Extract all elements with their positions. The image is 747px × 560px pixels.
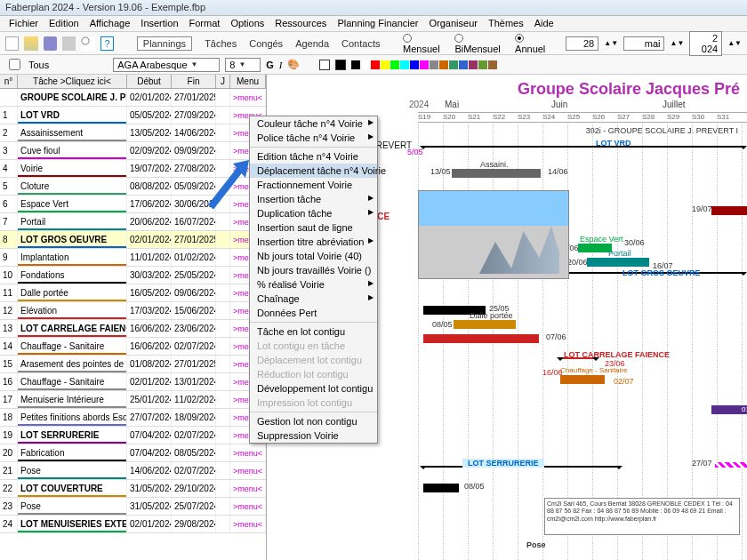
radio-annuel[interactable]: Annuel [515,33,555,54]
menu-fichier[interactable]: Fichier [9,18,38,29]
bar-hatched[interactable] [715,462,747,468]
tab-taches[interactable]: Tâches [205,38,237,49]
swatch[interactable] [469,60,478,69]
table-row[interactable]: 9Implantation11/01/202401/02/2024>menu< [0,249,266,267]
tab-contacts[interactable]: Contacts [341,38,380,49]
table-row[interactable]: 7Portail20/06/202416/07/2024>menu< [0,213,266,231]
swatch[interactable] [390,60,399,69]
col-debut[interactable]: Début [127,75,172,88]
bar-fabrication[interactable] [423,484,459,492]
open-icon[interactable] [24,36,37,51]
menu-format[interactable]: Format [189,18,221,29]
menu-item[interactable]: Nb jours total Voirie (40) [250,249,377,263]
menu-item[interactable]: Insertion tâche [250,192,377,206]
radio-bimensuel[interactable]: BiMensuel [454,33,510,54]
menu-item[interactable]: Police tâche n°4 Voirie [250,131,377,145]
menu-insertion[interactable]: Insertion [141,18,178,29]
bar-assainissement[interactable] [452,169,541,178]
menu-item[interactable]: Développement lot contigu [250,381,377,396]
print-icon[interactable] [62,36,76,51]
menu-item[interactable]: Insertion titre abréviation [250,235,377,249]
table-row[interactable]: 11Dalle portée16/05/202409/06/2024>menu< [0,284,266,302]
menu-item[interactable]: Gestion lot non contigu [250,414,377,428]
swatch[interactable] [381,60,390,69]
table-row[interactable]: 22LOT COUVERTURE31/05/202429/10/2024>men… [0,480,266,498]
tab-plannings[interactable]: Plannings [137,36,192,51]
table-row[interactable]: 23Pose31/05/202425/07/2024>menu< [0,498,266,516]
menu-item[interactable]: Couleur tâche n°4 Voirie [250,116,377,131]
radio-mensuel[interactable]: Mensuel [403,33,449,54]
tab-conges[interactable]: Congés [249,38,283,49]
menu-themes[interactable]: Thèmes [488,18,524,29]
menu-item[interactable]: Tâche en lot contigu [250,324,377,339]
date-year[interactable]: 2 024 [689,31,722,56]
bar-portail[interactable] [587,258,649,267]
menu-ressources[interactable]: Ressources [275,18,326,29]
menu-item[interactable]: Insertion saut de ligne [250,220,377,235]
fg-swatch[interactable] [335,60,346,70]
menu-planning-financier[interactable]: Planning Financier [337,18,418,29]
palette-icon[interactable]: 🎨 [287,59,300,70]
table-row[interactable]: 18Petites finitions abords Escaliers27/0… [0,409,266,427]
menu-item[interactable]: Données Pert [250,306,377,320]
col-menu[interactable]: Menu [230,75,266,88]
menu-item[interactable]: Suppression Voirie [250,428,377,443]
menu-item[interactable]: Duplication tâche [250,206,377,220]
menu-item[interactable]: % réalisé Voirie [250,277,377,292]
new-icon[interactable] [5,36,19,51]
italic-icon[interactable]: I [279,60,283,70]
swatch[interactable] [478,60,487,69]
table-row[interactable]: 3Cuve fioul02/09/202409/09/2024>menu< [0,142,266,160]
swatch[interactable] [449,60,458,69]
col-j[interactable]: J [216,75,230,88]
swatch[interactable] [459,60,468,69]
table-row[interactable]: 8LOT GROS OEUVRE02/01/202427/01/2025>men… [0,231,266,249]
swatch[interactable] [420,60,429,69]
swatch[interactable] [351,60,360,69]
menu-item[interactable]: Edition tâche n°4 Voirie [250,149,377,164]
table-row[interactable]: GROUPE SCOLAIRE J. PREVERT02/01/202427/0… [0,89,266,107]
color-palette[interactable] [351,60,497,69]
table-row[interactable]: 10Fondations30/03/202425/05/2024>menu< [0,267,266,284]
table-row[interactable]: 16Chauffage - Sanitaire02/01/202413/01/2… [0,373,266,391]
table-row[interactable]: 24LOT MENUISERIES EXTERIEURES02/01/20242… [0,516,266,533]
swatch[interactable] [410,60,419,69]
table-row[interactable]: 12Elévation17/03/202415/06/2024>menu< [0,302,266,320]
table-row[interactable]: 20Fabrication07/04/202408/05/2024>menu< [0,444,266,462]
col-task[interactable]: Tâche >Cliquez ici< [18,75,127,88]
bold-icon[interactable]: G [266,60,274,70]
menu-item[interactable]: Déplacement tâche n°4 Voirie [250,164,377,178]
col-n[interactable]: n° [0,75,18,88]
table-row[interactable]: 15Arasement des pointes de pignons01/08/… [0,356,266,373]
swatch[interactable] [400,60,409,69]
table-row[interactable]: 17Menuiserie Intérieure25/01/202411/02/2… [0,391,266,409]
swatch[interactable] [439,60,448,69]
bar-espvert[interactable] [578,244,612,252]
table-row[interactable]: 19LOT SERRURERIE07/04/202402/07/2024>men… [0,427,266,444]
menu-aide[interactable]: Aide [534,18,554,29]
menu-edition[interactable]: Edition [49,18,79,29]
table-row[interactable]: 14Chauffage - Sanitaire16/06/202402/07/2… [0,338,266,356]
bar-chauff[interactable] [560,375,605,384]
bar-elevation[interactable] [423,334,539,343]
menu-item[interactable]: Chaînage [250,292,377,306]
table-row[interactable]: 21Pose14/06/202402/07/2024>menu< [0,462,266,480]
table-row[interactable]: 1LOT VRD05/05/202427/09/2024>menu< [0,107,266,124]
date-month[interactable]: mai [623,36,664,51]
date-day[interactable]: 28 [566,36,598,51]
menu-organiseur[interactable]: Organiseur [430,18,478,29]
check-tous[interactable] [9,59,20,70]
menu-item[interactable]: Fractionnement Voirie [250,178,377,192]
table-row[interactable]: 2Assainissement13/05/202414/06/2024>menu… [0,124,266,142]
swatch[interactable] [488,60,497,69]
col-fin[interactable]: Fin [172,75,216,88]
search-icon[interactable] [81,36,94,51]
swatch[interactable] [371,60,380,69]
font-combo[interactable]: AGA Arabesque▼ [113,58,220,72]
tab-agenda[interactable]: Agenda [295,38,329,49]
bg-swatch[interactable] [319,60,330,70]
size-combo[interactable]: 8▼ [225,58,261,72]
menu-item[interactable]: Nb jours travaillés Voirie () [250,263,377,277]
help-icon[interactable]: ? [100,36,114,51]
table-row[interactable]: 13LOT CARRELAGE FAIENCE16/06/202423/06/2… [0,320,266,338]
